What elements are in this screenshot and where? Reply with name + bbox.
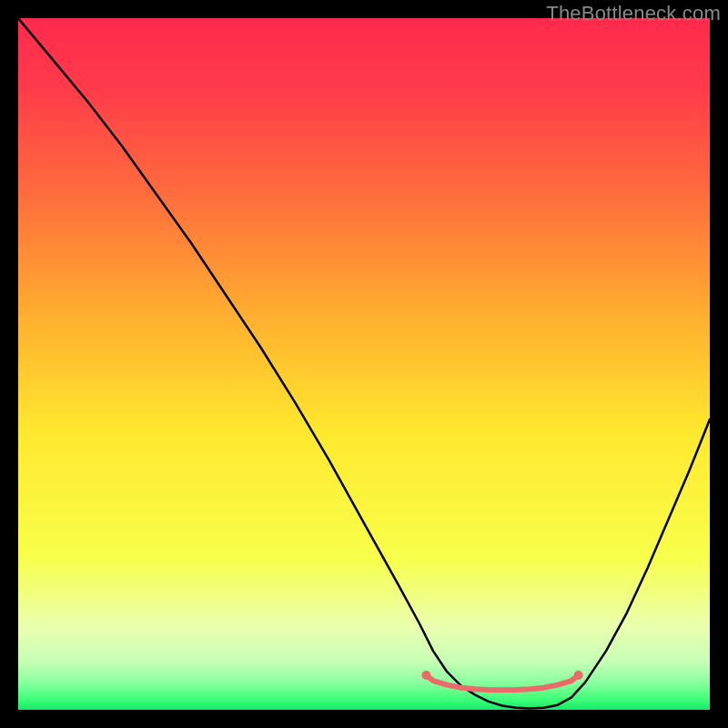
plot-area: [18, 18, 710, 710]
chart-svg: [18, 18, 710, 710]
chart-container: TheBottleneck.com: [0, 0, 728, 728]
svg-point-1: [574, 671, 583, 680]
svg-point-0: [421, 671, 430, 680]
gradient-background: [18, 18, 710, 710]
watermark-text: TheBottleneck.com: [546, 2, 721, 25]
